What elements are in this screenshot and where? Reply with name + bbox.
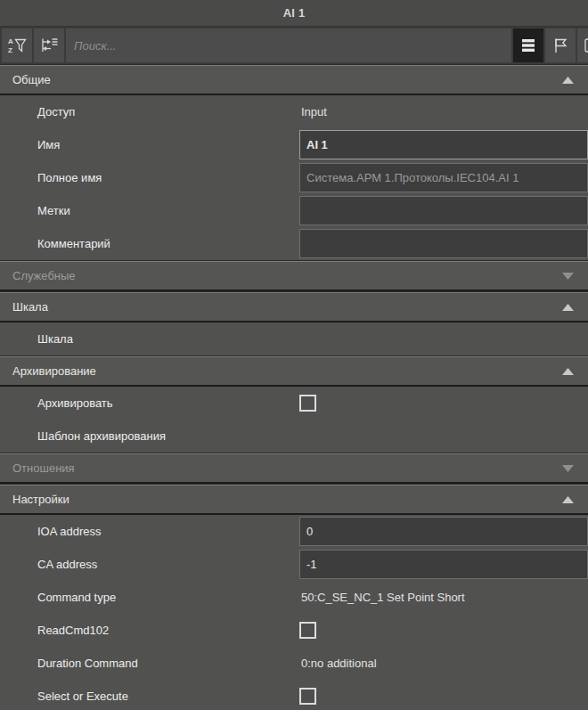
property-value-cell xyxy=(299,515,588,548)
property-row: Duration Command0:no additional xyxy=(0,647,588,680)
property-value-cell xyxy=(299,680,588,710)
property-value-cell xyxy=(299,614,588,647)
property-row: Шкала xyxy=(0,322,588,355)
property-row: CA address xyxy=(0,548,588,581)
checkbox-unchecked[interactable] xyxy=(299,395,316,412)
property-label: Select or Execute xyxy=(0,680,299,710)
value-input[interactable] xyxy=(299,550,588,579)
panel-title: AI 1 xyxy=(283,6,306,20)
property-row: IOA address xyxy=(0,515,588,548)
section-header-general[interactable]: Общие xyxy=(0,66,588,95)
section-label: Настройки xyxy=(12,493,562,506)
property-row: ДоступInput xyxy=(0,95,588,128)
property-label: Метки xyxy=(0,194,299,227)
value-text[interactable]: 0:no additional xyxy=(299,657,377,670)
section-label: Служебные xyxy=(12,269,562,282)
locate-in-tree-icon xyxy=(39,36,59,55)
section-header-settings[interactable]: Настройки xyxy=(0,486,588,515)
value-input xyxy=(299,163,588,192)
list-view-icon xyxy=(519,37,537,54)
property-value-cell xyxy=(299,420,588,453)
property-label: Command type xyxy=(0,581,299,614)
section-label: Общие xyxy=(12,73,562,86)
value-text[interactable]: 50:C_SE_NC_1 Set Point Short xyxy=(299,591,465,604)
svg-text:A: A xyxy=(8,37,13,45)
section-header-relations[interactable]: Отношения xyxy=(0,454,588,484)
property-label: Duration Command xyxy=(0,647,299,680)
chevron-up-icon[interactable] xyxy=(562,304,574,311)
sort-filter-icon: A Z xyxy=(7,36,27,55)
section-header-scale[interactable]: Шкала xyxy=(0,293,588,322)
property-label: CA address xyxy=(0,548,299,581)
property-row: Комментарий xyxy=(0,227,588,260)
section-header-service[interactable]: Служебные xyxy=(0,262,588,291)
property-row: Select or Execute xyxy=(0,680,588,710)
toolbar: A Z xyxy=(0,27,588,65)
value-input[interactable] xyxy=(299,130,588,159)
property-row: Шаблон архивирования xyxy=(0,420,588,453)
property-value-cell xyxy=(299,227,588,260)
svg-text:Z: Z xyxy=(8,46,12,54)
property-value-cell: 50:C_SE_NC_1 Set Point Short xyxy=(299,581,588,614)
section-scale: ШкалаШкала xyxy=(0,292,588,356)
search-input[interactable] xyxy=(66,29,511,62)
property-label: Имя xyxy=(0,128,299,161)
checkbox-unchecked[interactable] xyxy=(299,688,316,705)
section-settings: НастройкиIOA addressCA addressCommand ty… xyxy=(0,485,588,710)
property-value-cell xyxy=(299,161,588,194)
properties-body: ОбщиеДоступInputИмяПолное имяМеткиКоммен… xyxy=(0,65,588,710)
property-row: Имя xyxy=(0,128,588,161)
property-label: Шаблон архивирования xyxy=(0,420,299,453)
property-row: Полное имя xyxy=(0,161,588,194)
property-label: ReadCmd102 xyxy=(0,614,299,647)
chevron-down-icon[interactable] xyxy=(562,465,574,472)
chevron-up-icon[interactable] xyxy=(562,368,574,375)
chevron-down-icon[interactable] xyxy=(562,273,574,280)
flag-button[interactable] xyxy=(545,29,576,62)
clipped-tool-icon xyxy=(583,36,588,55)
section-relations: Отношения xyxy=(0,453,588,485)
property-row: ReadCmd102 xyxy=(0,614,588,647)
property-value-cell: Input xyxy=(299,95,588,128)
section-general: ОбщиеДоступInputИмяПолное имяМеткиКоммен… xyxy=(0,65,588,261)
section-service: Служебные xyxy=(0,261,588,292)
property-value-cell xyxy=(299,322,588,355)
property-label: Доступ xyxy=(0,95,299,128)
property-label: Комментарий xyxy=(0,227,299,260)
chevron-up-icon[interactable] xyxy=(562,77,574,84)
locate-in-tree-button[interactable] xyxy=(34,29,64,62)
flag-icon xyxy=(551,36,570,55)
value-input[interactable] xyxy=(299,517,588,546)
property-label: Архивировать xyxy=(0,387,299,420)
property-label: IOA address xyxy=(0,515,299,548)
property-value-cell xyxy=(299,548,588,581)
list-view-button[interactable] xyxy=(513,29,543,62)
section-header-archiving[interactable]: Архивирование xyxy=(0,357,588,387)
property-value-cell xyxy=(299,128,588,161)
sort-filter-button[interactable]: A Z xyxy=(2,29,32,62)
properties-panel: AI 1 A Z xyxy=(0,0,588,710)
value-input[interactable] xyxy=(299,229,588,258)
section-label: Отношения xyxy=(12,461,562,475)
property-label: Полное имя xyxy=(0,161,299,194)
clipped-tool-button[interactable] xyxy=(577,29,588,62)
checkbox-unchecked[interactable] xyxy=(299,622,316,639)
value-input[interactable] xyxy=(299,196,588,225)
section-label: Шкала xyxy=(12,300,562,314)
property-row: Метки xyxy=(0,194,588,227)
value-text[interactable]: Input xyxy=(299,105,327,118)
panel-title-bar: AI 1 xyxy=(0,0,588,27)
section-label: Архивирование xyxy=(12,364,562,378)
property-label: Шкала xyxy=(0,322,299,355)
property-row: Архивировать xyxy=(0,387,588,420)
property-value-cell xyxy=(299,387,588,420)
section-archiving: АрхивированиеАрхивироватьШаблон архивиро… xyxy=(0,356,588,453)
chevron-up-icon[interactable] xyxy=(562,496,574,503)
property-value-cell xyxy=(299,194,588,227)
property-row: Command type50:C_SE_NC_1 Set Point Short xyxy=(0,581,588,614)
property-value-cell: 0:no additional xyxy=(299,647,588,680)
